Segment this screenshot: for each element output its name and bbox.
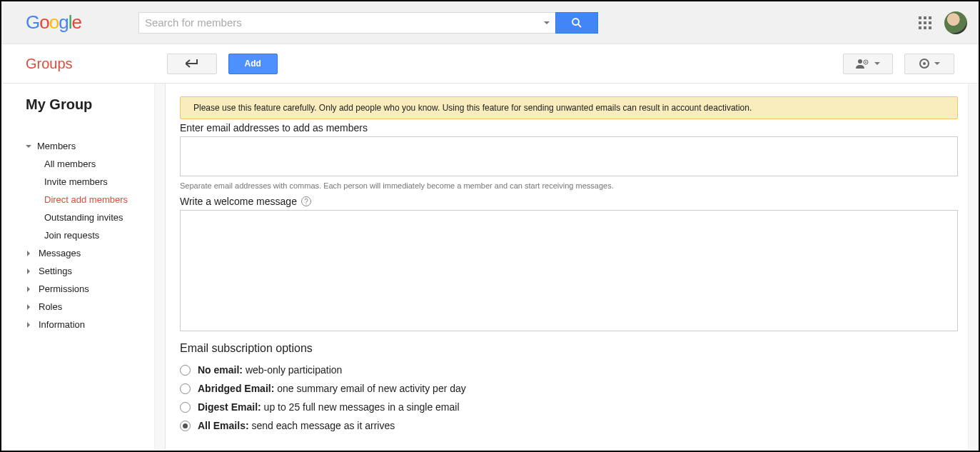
emails-hint: Separate email addresses with commas. Ea… bbox=[180, 181, 958, 190]
sidebar-item-invite-members[interactable]: Invite members bbox=[44, 173, 165, 191]
welcome-label: Write a welcome message bbox=[180, 196, 297, 207]
help-icon[interactable]: ? bbox=[301, 196, 311, 206]
google-logo[interactable]: Google bbox=[26, 11, 81, 34]
subscription-title: Email subscription options bbox=[180, 342, 958, 355]
svg-point-2 bbox=[858, 59, 862, 64]
sidebar-item-direct-add-members[interactable]: Direct add members bbox=[44, 191, 165, 209]
radio-abridged-email[interactable]: Abridged Email: one summary email of new… bbox=[180, 379, 958, 398]
sidebar-item-permissions[interactable]: Permissions bbox=[26, 280, 165, 298]
sidebar-scrollbar[interactable] bbox=[154, 84, 165, 449]
radio-input[interactable] bbox=[180, 383, 191, 394]
svg-line-1 bbox=[578, 24, 581, 26]
emails-label: Enter email addresses to add as members bbox=[180, 122, 958, 134]
group-name[interactable]: My Group bbox=[26, 96, 165, 113]
sidebar-item-roles[interactable]: Roles bbox=[26, 298, 165, 316]
svg-point-4 bbox=[865, 61, 867, 63]
search-bar bbox=[138, 12, 598, 34]
chevron-down-icon bbox=[544, 21, 550, 24]
radio-all-emails[interactable]: All Emails: send each message as it arri… bbox=[180, 416, 958, 435]
radio-input[interactable] bbox=[180, 402, 191, 413]
person-gear-icon bbox=[856, 59, 870, 69]
search-button[interactable] bbox=[555, 12, 598, 34]
emails-input[interactable] bbox=[180, 136, 958, 176]
sidebar-item-messages[interactable]: Messages bbox=[26, 244, 165, 262]
sidebar-item-members[interactable]: Members bbox=[26, 137, 165, 155]
svg-point-6 bbox=[923, 62, 926, 65]
chevron-down-icon bbox=[874, 62, 880, 65]
avatar[interactable] bbox=[944, 11, 967, 34]
warning-banner: Please use this feature carefully. Only … bbox=[180, 96, 958, 119]
settings-button[interactable] bbox=[904, 54, 954, 74]
back-arrow-icon bbox=[186, 59, 198, 68]
search-input[interactable] bbox=[138, 12, 538, 34]
sidebar-item-settings[interactable]: Settings bbox=[26, 262, 165, 280]
sidebar: My Group Members All members Invite memb… bbox=[1, 84, 166, 449]
sidebar-item-information[interactable]: Information bbox=[26, 316, 165, 333]
radio-input[interactable] bbox=[180, 365, 191, 376]
gear-icon bbox=[919, 58, 930, 69]
toolbar: Groups Add bbox=[1, 44, 979, 84]
sidebar-item-all-members[interactable]: All members bbox=[44, 155, 165, 173]
add-button[interactable]: Add bbox=[228, 54, 278, 74]
welcome-input[interactable] bbox=[180, 210, 958, 331]
radio-label: All Emails: send each message as it arri… bbox=[198, 420, 395, 431]
search-icon bbox=[570, 16, 583, 29]
main-content: Please use this feature carefully. Only … bbox=[166, 84, 979, 449]
radio-label: Digest Email: up to 25 full new messages… bbox=[198, 401, 460, 413]
radio-digest-email[interactable]: Digest Email: up to 25 full new messages… bbox=[180, 398, 958, 416]
radio-label: Abridged Email: one summary email of new… bbox=[198, 383, 466, 394]
svg-point-0 bbox=[572, 19, 579, 25]
radio-no-email[interactable]: No email: web-only participation bbox=[180, 361, 958, 379]
member-settings-button[interactable] bbox=[843, 54, 893, 74]
sidebar-item-outstanding-invites[interactable]: Outstanding invites bbox=[44, 209, 165, 226]
sidebar-item-join-requests[interactable]: Join requests bbox=[44, 226, 165, 244]
app-title[interactable]: Groups bbox=[26, 56, 73, 72]
chevron-down-icon bbox=[934, 62, 940, 65]
apps-icon[interactable] bbox=[919, 16, 931, 29]
back-button[interactable] bbox=[167, 54, 217, 74]
radio-label: No email: web-only participation bbox=[198, 364, 342, 376]
search-dropdown[interactable] bbox=[538, 12, 555, 34]
header: Google bbox=[1, 1, 979, 44]
radio-input[interactable] bbox=[180, 421, 191, 431]
main-scrollbar[interactable] bbox=[968, 84, 979, 449]
